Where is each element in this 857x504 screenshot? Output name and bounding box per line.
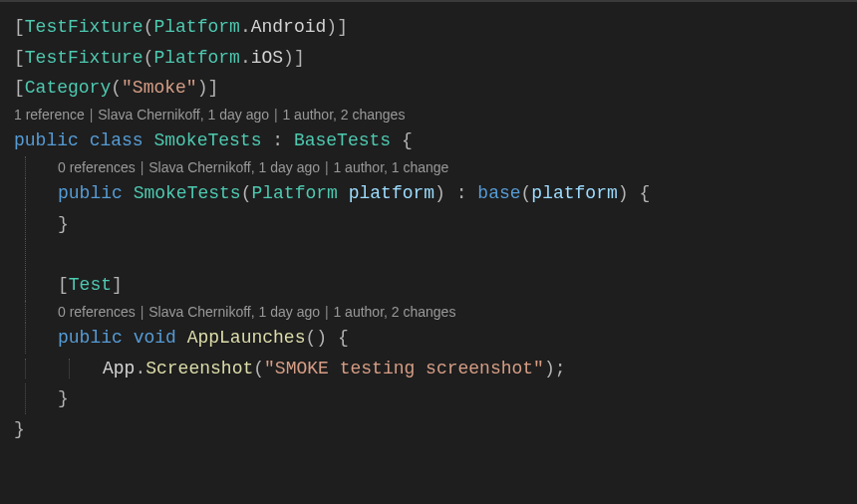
constructor-name: SmokeTests <box>134 183 241 203</box>
code-line: public SmokeTests(Platform platform) : b… <box>25 178 843 209</box>
codelens-references[interactable]: 0 references <box>58 304 136 320</box>
codelens-author[interactable]: Slava Chernikoff, 1 day ago <box>148 304 320 320</box>
keyword: public <box>58 328 123 348</box>
code-line: [Test] <box>25 270 843 301</box>
attribute-name: TestFixture <box>25 17 143 37</box>
paren-close: ) <box>283 48 294 68</box>
paren-open: ( <box>241 183 252 203</box>
type-ref: Platform <box>153 48 239 68</box>
keyword: public <box>58 183 123 203</box>
bracket-close: ] <box>337 17 348 37</box>
blank-line <box>25 239 843 270</box>
paren-close: ) <box>197 78 208 98</box>
param-name: platform <box>338 183 434 203</box>
bracket-open: [ <box>58 275 69 295</box>
string-literal: "Smoke" <box>122 78 197 98</box>
bracket-open: [ <box>14 17 25 37</box>
codelens-row: 0 references | Slava Chernikoff, 1 day a… <box>25 301 843 323</box>
enum-member: Android <box>251 17 327 37</box>
paren-open: ( <box>521 183 532 203</box>
keyword: base <box>477 183 520 203</box>
codelens-references[interactable]: 0 references <box>58 159 136 175</box>
bracket-close: ] <box>294 48 305 68</box>
brace-open: { <box>629 183 651 203</box>
string-literal: "SMOKE testing screenshot" <box>264 359 544 378</box>
keyword: class <box>90 130 143 150</box>
brace-close: } <box>14 419 25 439</box>
dot: . <box>135 359 145 378</box>
bracket-open: [ <box>14 48 25 68</box>
object-ref: App <box>103 359 135 378</box>
class-name: SmokeTests <box>153 130 261 150</box>
attribute-name: TestFixture <box>25 48 143 68</box>
codelens-author[interactable]: Slava Chernikoff, 1 day ago <box>148 159 320 175</box>
code-line: public void AppLaunches() { <box>25 323 843 354</box>
semicolon: ; <box>555 359 566 378</box>
bracket-open: [ <box>14 78 25 98</box>
paren-open: ( <box>143 48 154 68</box>
codelens-references[interactable]: 1 reference <box>14 107 85 123</box>
base-class: BaseTests <box>294 130 391 150</box>
bracket-close: ] <box>112 275 123 295</box>
paren-close: ) <box>618 183 629 203</box>
colon: : <box>445 183 477 203</box>
brace-close: } <box>58 214 69 234</box>
codelens-separator: | <box>136 159 148 175</box>
dot: . <box>240 17 251 37</box>
code-line: App.Screenshot("SMOKE testing screenshot… <box>14 354 843 384</box>
paren-open: ( <box>253 359 264 378</box>
colon: : <box>261 130 293 150</box>
bracket-close: ] <box>207 78 218 98</box>
type-ref: Platform <box>153 17 239 37</box>
attribute-name: Category <box>25 78 111 98</box>
codelens-separator: | <box>320 159 333 175</box>
method-call: Screenshot <box>145 359 253 378</box>
codelens-changes[interactable]: 1 author, 1 change <box>333 159 448 175</box>
argument: platform <box>531 183 617 203</box>
paren-open: ( <box>305 328 316 348</box>
codelens-author[interactable]: Slava Chernikoff, 1 day ago <box>98 107 269 123</box>
code-line: [Category("Smoke")] <box>14 73 843 104</box>
code-line: } <box>25 209 843 240</box>
code-line: } <box>14 414 843 445</box>
brace-open: { <box>391 130 413 150</box>
paren-close: ) <box>326 17 337 37</box>
code-line: [TestFixture(Platform.iOS)] <box>14 43 843 74</box>
param-type: Platform <box>251 183 337 203</box>
paren-open: ( <box>143 17 154 37</box>
paren-close: ) <box>544 359 555 378</box>
codelens-separator: | <box>85 107 98 123</box>
code-line: } <box>25 383 843 414</box>
codelens-separator: | <box>320 304 333 320</box>
codelens-changes[interactable]: 1 author, 2 changes <box>333 304 455 320</box>
codelens-row: 1 reference | Slava Chernikoff, 1 day ag… <box>14 104 843 126</box>
paren-open: ( <box>111 78 122 98</box>
brace-close: } <box>58 388 69 408</box>
keyword: void <box>134 328 176 348</box>
dot: . <box>240 48 251 68</box>
brace-open: { <box>327 328 349 348</box>
codelens-separator: | <box>136 304 148 320</box>
codelens-row: 0 references | Slava Chernikoff, 1 day a… <box>25 156 843 178</box>
method-name: AppLaunches <box>187 328 306 348</box>
codelens-separator: | <box>269 107 282 123</box>
code-line: [TestFixture(Platform.Android)] <box>14 12 843 43</box>
enum-member: iOS <box>251 48 283 68</box>
paren-close: ) <box>316 328 327 348</box>
code-editor[interactable]: [TestFixture(Platform.Android)] [TestFix… <box>14 12 843 444</box>
paren-close: ) <box>434 183 445 203</box>
codelens-changes[interactable]: 1 author, 2 changes <box>282 107 405 123</box>
code-line: public class SmokeTests : BaseTests { <box>14 126 843 156</box>
keyword: public <box>14 130 79 150</box>
attribute-name: Test <box>69 275 112 295</box>
